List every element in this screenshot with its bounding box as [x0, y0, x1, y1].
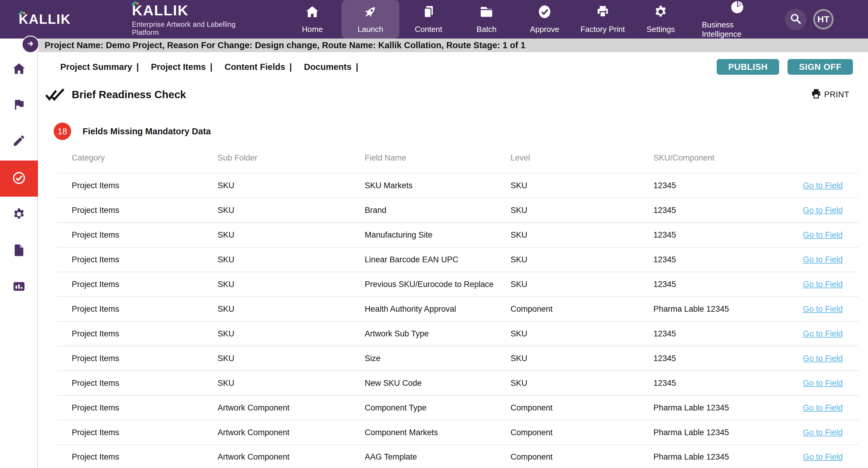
sidebar-item-home[interactable] — [0, 51, 38, 87]
go-to-field-link[interactable]: Go to Field — [803, 206, 843, 215]
cell-field-name: Brand — [350, 206, 496, 215]
main-nav: Home Launch Content Batch Approve Factor… — [283, 0, 785, 38]
project-tabs: Project Summary| Project Items| Content … — [60, 62, 358, 72]
table-header-row: Category Sub Folder Field Name Level SKU… — [57, 147, 858, 173]
tab-documents[interactable]: Documents| — [304, 62, 358, 72]
top-navigation-bar: KALLIK KALLIK Enterprise Artwork and Lab… — [0, 0, 868, 38]
cell-field-name: AAG Template — [350, 452, 496, 462]
nav-label: Home — [302, 25, 323, 34]
nav-item-approve[interactable]: Approve — [516, 0, 574, 38]
main-content: Project Name: Demo Project, Reason For C… — [38, 38, 868, 468]
cell-level: SKU — [496, 354, 639, 363]
table-row: Project Items Artwork Component Componen… — [57, 395, 858, 420]
sidebar-item-flag[interactable] — [0, 87, 38, 123]
cell-category: Project Items — [57, 452, 203, 462]
cell-field-name: Component Markets — [350, 428, 496, 437]
sign-off-button[interactable]: SIGN OFF — [787, 59, 853, 75]
nav-item-batch[interactable]: Batch — [458, 0, 516, 38]
gear-icon — [12, 207, 26, 222]
cell-sku-component: 12345 — [639, 206, 784, 215]
sidebar-item-settings[interactable] — [0, 197, 38, 233]
cell-sku-component: Pharma Lable 12345 — [639, 428, 784, 437]
cell-sku-component: Pharma Lable 12345 — [639, 452, 784, 462]
kallik-logo-small: KALLIK — [19, 0, 103, 38]
go-to-field-link[interactable]: Go to Field — [803, 403, 843, 412]
bar-chart-icon — [12, 279, 26, 295]
cell-category: Project Items — [57, 230, 203, 240]
go-to-field-link[interactable]: Go to Field — [803, 428, 843, 437]
go-to-field-link[interactable]: Go to Field — [803, 230, 843, 239]
nav-label: Approve — [530, 25, 559, 34]
go-to-field-link[interactable]: Go to Field — [803, 329, 843, 338]
cell-sku-component: Pharma Lable 12345 — [639, 304, 784, 314]
cell-category: Project Items — [57, 428, 203, 437]
tab-divider: | — [355, 62, 358, 72]
cell-category: Project Items — [57, 206, 203, 215]
sidebar-expand-button[interactable] — [22, 36, 39, 53]
tab-content-fields[interactable]: Content Fields| — [224, 62, 292, 72]
avatar-initials: HT — [817, 14, 830, 24]
cell-sub-folder: Artwork Component — [203, 452, 350, 462]
cell-sub-folder: SKU — [203, 255, 350, 264]
page-title: Brief Readiness Check — [72, 89, 186, 101]
check-circle-icon — [537, 4, 552, 21]
cell-category: Project Items — [57, 304, 203, 314]
nav-item-launch[interactable]: Launch — [341, 0, 400, 38]
nav-item-home[interactable]: Home — [283, 0, 341, 38]
project-info-text: Project Name: Demo Project, Reason For C… — [44, 40, 525, 50]
tab-project-summary[interactable]: Project Summary| — [60, 62, 139, 72]
cell-sku-component: 12345 — [639, 329, 784, 338]
sidebar-item-readiness-check[interactable] — [0, 161, 38, 197]
search-button[interactable] — [785, 8, 807, 30]
cell-field-name: New SKU Code — [350, 378, 496, 388]
cell-level: SKU — [496, 230, 639, 240]
topbar-right: HT — [785, 0, 868, 38]
tab-project-items[interactable]: Project Items| — [151, 62, 213, 72]
document-icon — [12, 243, 26, 258]
cell-level: SKU — [496, 378, 639, 388]
cell-field-name: Health Authority Approval — [350, 304, 496, 314]
sidebar-item-edit[interactable] — [0, 123, 38, 159]
nav-item-content[interactable]: Content — [399, 0, 458, 38]
nav-item-settings[interactable]: Settings — [632, 0, 690, 38]
go-to-field-link[interactable]: Go to Field — [803, 452, 843, 461]
table-row: Project Items Artwork Component Componen… — [57, 420, 858, 444]
go-to-field-link[interactable]: Go to Field — [803, 378, 843, 388]
pencil-icon — [12, 134, 26, 149]
nav-item-factory-print[interactable]: Factory Print — [574, 0, 632, 38]
table-row: Project Items Artwork Component AAG Temp… — [57, 444, 858, 468]
cell-sub-folder: SKU — [203, 206, 350, 215]
column-header-level: Level — [496, 153, 639, 163]
go-to-field-link[interactable]: Go to Field — [803, 255, 843, 264]
cell-sku-component: Pharma Lable 12345 — [639, 403, 784, 412]
tab-divider: | — [289, 62, 292, 72]
table-row: Project Items SKU Previous SKU/Eurocode … — [57, 272, 858, 296]
cell-level: SKU — [496, 206, 639, 215]
gear-icon — [653, 4, 668, 21]
home-icon — [12, 62, 26, 77]
cell-field-name: Linear Barcode EAN UPC — [350, 255, 496, 264]
print-button[interactable]: PRINT — [810, 88, 849, 101]
logo-small-text: KALLIK — [19, 12, 71, 27]
go-to-field-link[interactable]: Go to Field — [803, 354, 843, 363]
cell-level: Component — [496, 403, 639, 412]
nav-label: Factory Print — [581, 25, 625, 34]
go-to-field-link[interactable]: Go to Field — [803, 304, 843, 313]
logo-main-text: KALLIK — [132, 2, 189, 19]
go-to-field-link[interactable]: Go to Field — [803, 280, 843, 289]
cell-level: SKU — [496, 280, 639, 289]
cell-sku-component: 12345 — [639, 354, 784, 363]
missing-count-badge: 18 — [54, 123, 71, 140]
sidebar-item-reports[interactable] — [0, 269, 38, 305]
left-sidebar — [0, 38, 38, 468]
cell-level: SKU — [496, 329, 639, 338]
cell-sub-folder: Artwork Component — [203, 403, 350, 412]
nav-item-business-intelligence[interactable]: Business Intelligence — [690, 0, 785, 38]
sidebar-item-documents[interactable] — [0, 233, 38, 269]
cell-level: SKU — [496, 255, 639, 264]
user-avatar[interactable]: HT — [813, 9, 834, 30]
project-info-bar: Project Name: Demo Project, Reason For C… — [38, 38, 868, 52]
publish-button[interactable]: PUBLISH — [717, 59, 779, 75]
go-to-field-link[interactable]: Go to Field — [803, 181, 843, 190]
print-label: PRINT — [824, 90, 849, 99]
